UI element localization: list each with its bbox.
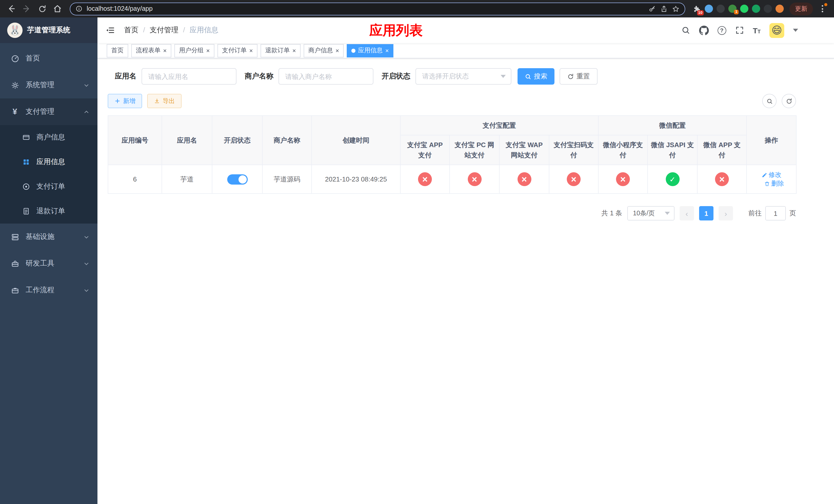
cell-merchant: 芋道源码 [262,165,312,193]
address-bar[interactable]: localhost:1024/pay/app [70,2,685,15]
cell-status [212,165,262,193]
bookmark-star-icon[interactable] [672,5,680,13]
toggle-search-button[interactable] [762,94,776,108]
sidebar-item-system[interactable]: 系统管理 [0,72,97,98]
extension-icon[interactable] [717,5,725,13]
column-header-merchant: 商户名称 [262,116,312,165]
next-page-button[interactable]: › [719,206,733,221]
screen: localhost:1024/pay/app 10 1 [0,0,834,504]
tab-app-info[interactable]: 应用信息 [347,44,393,57]
navbar-actions: TT 😄 [681,23,798,38]
extension-icon[interactable] [705,5,713,13]
tab-close-icon[interactable] [385,47,389,53]
tab-user-group[interactable]: 用户分组 [174,44,214,57]
extension-icon[interactable]: 1 [728,5,737,13]
tab-close-icon[interactable] [292,47,296,53]
delete-button[interactable]: 删除 [764,179,784,188]
prev-page-button[interactable]: ‹ [680,206,694,221]
merchant-name-label: 商户名称 [245,72,273,81]
breadcrumb-item[interactable]: 支付管理 [150,26,185,35]
browser-forward-button[interactable] [20,2,34,16]
user-avatar[interactable]: 😄 [769,23,784,38]
fullscreen-icon[interactable] [735,26,744,35]
briefcase-icon [10,286,20,295]
app-table: 应用编号 应用名 开启状态 商户名称 创建时间 支付宝配置 微信配置 操作 支付… [108,115,796,194]
sidebar-item-refund-order[interactable]: 退款订单 [0,199,97,224]
tab-pay-order[interactable]: 支付订单 [218,44,258,57]
tab-refund-order[interactable]: 退款订单 [261,44,301,57]
sidebar-item-merchant-info[interactable]: 商户信息 [0,125,97,150]
page-number-button[interactable]: 1 [699,206,714,221]
sidebar-item-app-info[interactable]: 应用信息 [0,150,97,174]
payment-submenu: 商户信息 应用信息 支付订单 [0,125,97,224]
tab-close-icon[interactable] [163,47,167,53]
reset-button[interactable]: 重置 [559,68,597,85]
sidebar-item-home[interactable]: 首页 [0,45,97,72]
wechat-app-status-icon [715,172,729,186]
app-title: 芋道管理系统 [27,26,70,35]
export-button[interactable]: 导出 [147,94,181,108]
sidebar-item-payment[interactable]: ¥ 支付管理 [0,98,97,125]
sidebar-item-workflow[interactable]: 工作流程 [0,277,97,303]
tab-merchant-info[interactable]: 商户信息 [304,44,344,57]
merchant-name-input[interactable] [279,68,373,85]
edit-button[interactable]: 修改 [762,170,782,179]
github-icon[interactable] [699,25,708,35]
password-key-icon[interactable] [648,5,656,13]
browser-toolbar: localhost:1024/pay/app 10 1 [0,0,834,18]
search-button[interactable]: 搜索 [518,68,554,85]
breadcrumb-item[interactable]: 首页 [124,26,145,35]
tab-close-icon[interactable] [335,47,339,53]
column-header-created: 创建时间 [312,116,400,165]
chevron-down-icon [84,82,89,88]
avatar-caret-icon[interactable] [793,29,798,32]
refresh-table-button[interactable] [782,94,796,108]
sidebar-item-dev-tools[interactable]: 研发工具 [0,250,97,277]
tab-home[interactable]: 首页 [107,44,128,57]
cell-app-id: 6 [108,165,162,193]
url-text[interactable]: localhost:1024/pay/app [87,5,644,12]
sidebar-item-infrastructure[interactable]: 基础设施 [0,224,97,250]
site-info-icon[interactable] [75,5,83,12]
page-size-select[interactable]: 10条/页 [627,206,675,221]
status-select[interactable]: 请选择开启状态 [415,68,511,85]
extension-icon[interactable] [764,5,772,13]
status-toggle[interactable] [227,174,247,184]
font-size-icon[interactable]: TT [753,26,761,34]
chevron-down-icon [84,261,89,266]
chevron-down-icon [665,212,670,215]
extension-icon[interactable] [752,5,760,13]
grid-icon [22,158,31,166]
table-row: 6 芋道 芋道源码 2021-10-23 08:49:25 [108,165,796,193]
browser-update-button[interactable]: 更新 [789,2,813,15]
browser-reload-button[interactable] [35,2,49,16]
column-header-status: 开启状态 [212,116,262,165]
help-icon[interactable] [717,26,726,35]
total-count: 共 1 条 [601,209,622,218]
tab-process-form[interactable]: 流程表单 [131,44,171,57]
column-group-alipay: 支付宝配置 [400,116,598,135]
extension-icon[interactable] [740,5,748,13]
tab-close-icon[interactable] [249,47,253,53]
goto-page-input[interactable] [765,206,786,221]
sidebar-item-pay-order[interactable]: 支付订单 [0,174,97,199]
share-icon[interactable] [660,5,668,13]
browser-home-button[interactable] [50,2,65,16]
extensions-puzzle-icon[interactable]: 10 [693,4,701,13]
chevron-down-icon [84,288,89,293]
extension-badge: 1 [734,9,739,14]
server-icon [10,232,20,241]
column-header-id: 应用编号 [108,116,162,165]
sidebar-fold-icon[interactable] [106,26,115,35]
goto-label: 前往 [748,209,762,218]
app-name-input[interactable] [141,68,237,85]
browser-menu-button[interactable] [816,2,828,15]
credit-card-icon [22,133,31,141]
breadcrumb: 首页 支付管理 应用信息 [124,26,219,35]
search-icon[interactable] [681,26,690,35]
add-button[interactable]: 新增 [108,94,142,108]
top-navbar: 首页 支付管理 应用信息 应用列表 TT [97,18,834,43]
profile-avatar-icon[interactable] [775,5,784,13]
browser-back-button[interactable] [4,2,19,16]
tab-close-icon[interactable] [206,47,210,53]
